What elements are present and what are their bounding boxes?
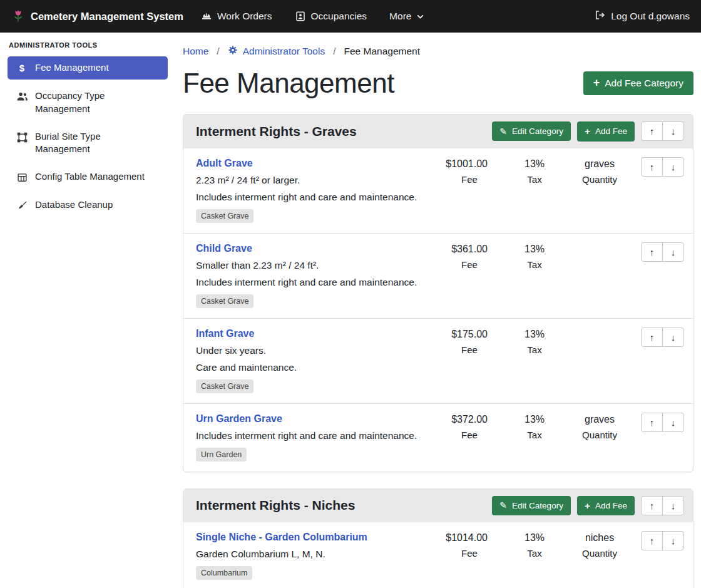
fee-name-link[interactable]: Infant Grave	[196, 328, 254, 339]
arrow-up-icon: ↑	[650, 333, 655, 342]
move-category-up-button[interactable]: ↑	[641, 121, 663, 141]
move-fee-down-button[interactable]: ↓	[662, 242, 684, 262]
fee-category-actions: ✎ Edit Category + Add Fee ↑ ↓	[492, 496, 684, 516]
move-category-up-button[interactable]: ↑	[641, 496, 663, 515]
move-fee-down-button[interactable]: ↓	[662, 531, 684, 550]
sidebar-item-config-table-management[interactable]: Config Table Management	[8, 165, 168, 188]
fee-amount-label: Fee	[437, 344, 502, 355]
move-category-down-button[interactable]: ↓	[662, 121, 684, 141]
main-nav: Work Orders Occupancies More	[201, 11, 425, 22]
fee-name-link[interactable]: Urn Garden Grave	[196, 413, 282, 425]
arrow-up-icon: ↑	[650, 126, 655, 136]
tax-label: Tax	[511, 344, 558, 355]
fee-row: Infant Grave Under six years.Care and ma…	[183, 318, 693, 403]
main-content: Home / Administrator Tools / Fee Mana	[175, 33, 701, 588]
arrow-down-icon: ↓	[671, 501, 676, 510]
fee-reorder-group: ↑ ↓	[641, 242, 684, 262]
add-fee-button[interactable]: + Add Fee	[577, 496, 635, 516]
tax-column: 13% Tax	[511, 329, 558, 355]
move-category-down-button[interactable]: ↓	[662, 496, 684, 515]
fee-amount-label: Fee	[437, 430, 502, 440]
nav-work-orders[interactable]: Work Orders	[201, 11, 272, 22]
move-fee-up-button[interactable]: ↑	[641, 157, 663, 177]
fee-reorder-group: ↑ ↓	[641, 531, 684, 550]
arrow-down-icon: ↓	[671, 247, 676, 257]
edit-category-label: Edit Category	[512, 501, 563, 510]
fee-name-link[interactable]: Adult Grave	[196, 158, 253, 169]
fee-tag-badge: Casket Grave	[196, 379, 253, 393]
fee-amount-column: $372.00 Fee	[437, 414, 502, 440]
move-fee-down-button[interactable]: ↓	[662, 413, 684, 432]
fee-amount: $175.00	[437, 329, 502, 340]
arrow-down-icon: ↓	[671, 418, 676, 427]
move-fee-up-button[interactable]: ↑	[641, 242, 663, 262]
app-brand[interactable]: Cemetery Management System	[11, 9, 183, 23]
move-fee-down-button[interactable]: ↓	[662, 157, 684, 177]
fee-reorder-group: ↑ ↓	[641, 157, 684, 177]
sidebar: Administrator Tools $ Fee Management Occ…	[0, 33, 175, 588]
fee-description: 2.23 m² / 24 ft² or larger.	[196, 175, 431, 186]
fee-category-body: Adult Grave 2.23 m² / 24 ft² or larger.I…	[183, 148, 693, 472]
move-fee-up-button[interactable]: ↑	[641, 328, 663, 347]
fee-descriptions: Smaller than 2.23 m² / 24 ft².Includes i…	[196, 260, 431, 288]
fee-tag-badge: Casket Grave	[196, 294, 253, 308]
edit-category-button[interactable]: ✎ Edit Category	[492, 496, 571, 515]
fee-amount: $361.00	[437, 244, 502, 255]
page-header: Fee Management + Add Fee Category	[183, 68, 693, 99]
fee-description: Under six years.	[196, 345, 431, 356]
pencil-icon: ✎	[499, 127, 507, 136]
vector-square-icon	[15, 131, 29, 143]
add-fee-category-button[interactable]: + Add Fee Category	[583, 71, 693, 95]
move-fee-up-button[interactable]: ↑	[641, 531, 663, 550]
chevron-down-icon	[416, 13, 424, 21]
logout-button[interactable]: Log Out d.gowans	[594, 9, 690, 23]
move-fee-down-button[interactable]: ↓	[662, 328, 684, 347]
sidebar-item-occupancy-type-management[interactable]: Occupancy Type Management	[8, 85, 168, 120]
logout-label: Log Out d.gowans	[611, 11, 690, 22]
fee-info: Single Niche - Garden Columbarium Garden…	[196, 531, 437, 580]
fee-descriptions: Garden Columbarium L, M, N.	[196, 549, 431, 560]
add-fee-button[interactable]: + Add Fee	[577, 121, 635, 142]
fee-description: Includes interment right and care and ma…	[196, 430, 431, 441]
add-fee-category-label: Add Fee Category	[605, 78, 683, 89]
edit-category-button[interactable]: ✎ Edit Category	[492, 121, 571, 141]
breadcrumb: Home / Administrator Tools / Fee Mana	[183, 45, 693, 58]
fee-category-title: Interment Rights - Graves	[196, 124, 357, 139]
occupancy-icon	[295, 11, 306, 22]
edit-category-label: Edit Category	[512, 126, 563, 136]
sidebar-item-fee-management[interactable]: $ Fee Management	[8, 56, 168, 80]
tax-percent: 13%	[511, 329, 558, 340]
fee-info: Infant Grave Under six years.Care and ma…	[196, 328, 437, 393]
tax-percent: 13%	[511, 532, 558, 544]
tax-label: Tax	[511, 174, 558, 185]
nav-occupancies[interactable]: Occupancies	[295, 11, 367, 22]
sidebar-item-burial-site-type-management[interactable]: Burial Site Type Management	[8, 125, 168, 161]
fee-info: Child Grave Smaller than 2.23 m² / 24 ft…	[196, 242, 437, 308]
fee-row: Single Niche - Garden Columbarium Garden…	[183, 522, 693, 588]
arrow-up-icon: ↑	[650, 536, 655, 545]
fee-description: Garden Columbarium L, M, N.	[196, 549, 431, 560]
fee-descriptions: Under six years.Care and maintenance.	[196, 345, 431, 373]
fee-category-body: Single Niche - Garden Columbarium Garden…	[183, 522, 693, 588]
sidebar-item-label: Occupancy Type Management	[35, 90, 148, 115]
top-navbar: Cemetery Management System Work Orders O…	[0, 0, 701, 33]
breadcrumb-current: Fee Management	[344, 46, 421, 57]
broom-icon	[15, 199, 29, 211]
fee-name-link[interactable]: Single Niche - Garden Columbarium	[196, 532, 367, 543]
fee-reorder-group: ↑ ↓	[641, 328, 684, 347]
fee-description: Smaller than 2.23 m² / 24 ft².	[196, 260, 431, 271]
quantity-column	[565, 329, 634, 333]
fee-name-link[interactable]: Child Grave	[196, 243, 252, 254]
add-fee-label: Add Fee	[595, 501, 627, 510]
move-fee-up-button[interactable]: ↑	[641, 413, 663, 432]
breadcrumb-separator: /	[333, 46, 335, 57]
quantity-column	[565, 244, 634, 248]
category-reorder-group: ↑ ↓	[641, 121, 684, 141]
breadcrumb-admin-tools-link[interactable]: Administrator Tools	[228, 45, 325, 58]
nav-more[interactable]: More	[389, 11, 424, 22]
nav-occupancies-label: Occupancies	[311, 11, 367, 22]
sidebar-item-database-cleanup[interactable]: Database Cleanup	[8, 193, 168, 216]
breadcrumb-home-link[interactable]: Home	[183, 46, 208, 57]
fee-amount-column: $1001.00 Fee	[437, 158, 502, 185]
fee-tag-badge: Casket Grave	[196, 209, 253, 223]
